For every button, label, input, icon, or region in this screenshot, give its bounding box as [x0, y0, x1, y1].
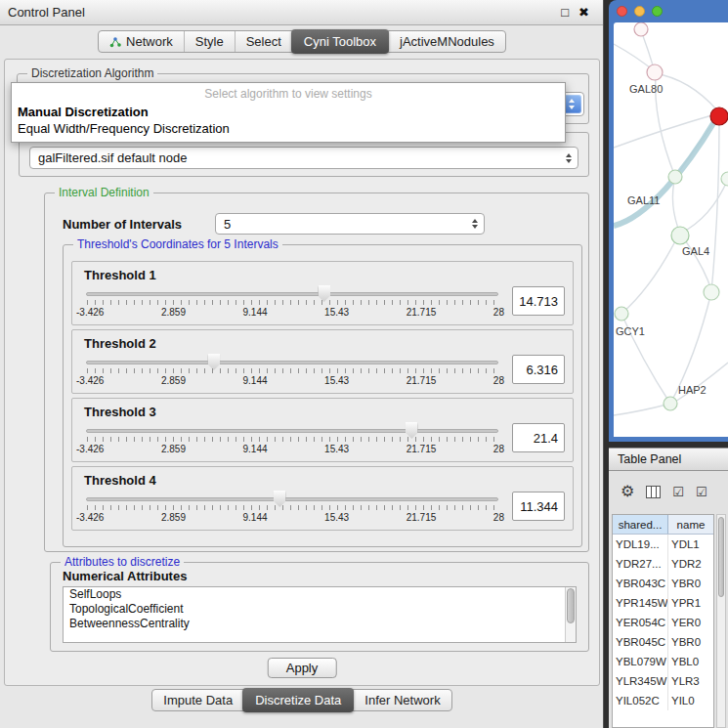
control-panel-titlebar[interactable]: Control Panel □ ✖ [0, 0, 603, 25]
threshold-label: Threshold 4 [72, 467, 573, 488]
thresholds-group: Threshold's Coordinates for 5 Intervals … [63, 244, 582, 547]
network-node[interactable] [634, 22, 648, 36]
network-tab-icon [109, 36, 121, 48]
tick-label: 28 [493, 375, 504, 386]
network-node[interactable] [721, 172, 728, 186]
popup-item-manual-discretization[interactable]: Manual Discretization [12, 104, 565, 120]
slider-tick-labels: -3.4262.8599.14415.4321.71528 [76, 375, 504, 386]
list-scrollbar[interactable] [565, 587, 576, 642]
scrollbar-thumb[interactable] [718, 517, 724, 597]
threshold-label: Threshold 1 [72, 262, 573, 282]
table-row[interactable]: YPR145W YPR1 [613, 593, 713, 613]
settings-gear-icon[interactable]: ⚙ [621, 484, 634, 499]
table-cell-name: YBR0 [668, 574, 713, 593]
highlighted-edge[interactable] [614, 120, 715, 226]
table-cell-shared-name: YDR27... [613, 554, 668, 574]
table-row[interactable]: YDR27... YDR2 [613, 554, 713, 574]
threshold-value-field[interactable]: 11.344 [512, 492, 565, 521]
network-node[interactable] [671, 227, 689, 244]
tab-label: Style [195, 34, 224, 49]
tab-discretize-data[interactable]: Discretize Data [242, 688, 354, 712]
table-row[interactable]: YBR045C YBR0 [613, 632, 713, 652]
tab-label: Cyni Toolbox [304, 34, 376, 49]
tick-label: 15.43 [324, 444, 349, 454]
table-row[interactable]: YBL079W YBL0 [613, 652, 713, 671]
network-canvas[interactable]: GAL80 GAL11 GAL4 GCY1 HAP2 [614, 22, 728, 437]
table-cell-name: YER0 [668, 613, 713, 632]
tick-label: 21.715 [407, 512, 437, 523]
combo-stepper-icon[interactable] [566, 153, 572, 163]
attribute-list-item[interactable]: SelfLoops [64, 587, 576, 602]
popup-item-equal-width-frequency[interactable]: Equal Width/Frequency Discretization [12, 120, 565, 137]
zoom-traffic-light-icon[interactable] [652, 6, 663, 17]
show-columns-icon[interactable] [646, 486, 661, 498]
tick-label: 2.859 [161, 444, 186, 454]
tab-infer-network[interactable]: Infer Network [353, 690, 450, 710]
tick-label: 9.144 [243, 444, 268, 454]
table-row[interactable]: YER054C YER0 [613, 613, 713, 632]
network-node[interactable] [647, 64, 663, 80]
slider-tick-marks [87, 368, 497, 373]
threshold-slider[interactable]: -3.4262.8599.14415.4321.71528 [86, 283, 498, 319]
combo-stepper-icon[interactable] [472, 219, 478, 229]
tab-jactivemnodules[interactable]: jActiveMNodules [388, 31, 505, 52]
network-node[interactable] [664, 397, 677, 410]
tab-impute-data[interactable]: Impute Data [152, 690, 243, 710]
table-row[interactable]: YLR345W YLR3 [613, 671, 713, 691]
table-row[interactable]: YDL19... YDL1 [613, 535, 713, 554]
select-none-checkbox-icon[interactable]: ☑ [696, 486, 707, 498]
slider-track[interactable] [86, 497, 498, 501]
network-node[interactable] [615, 307, 628, 321]
minimize-traffic-light-icon[interactable] [634, 6, 645, 17]
tab-network[interactable]: Network [99, 31, 184, 52]
control-panel-content: Discretization Algorithm Select algorith… [4, 59, 600, 686]
network-window-titlebar[interactable] [609, 0, 728, 22]
number-of-intervals-select[interactable]: 5 [215, 213, 485, 235]
close-traffic-light-icon[interactable] [617, 6, 627, 17]
table-scrollbar[interactable] [716, 514, 726, 728]
threshold-value-field[interactable]: 6.316 [512, 355, 565, 384]
algorithm-dropdown-popup: Select algorithm to view settings Manual… [11, 82, 566, 143]
slider-track[interactable] [86, 429, 498, 433]
slider-track[interactable] [86, 361, 498, 364]
group-title: Interval Definition [55, 186, 153, 199]
tab-label: Infer Network [364, 693, 440, 707]
close-window-icon[interactable]: ✖ [578, 6, 589, 19]
tab-style[interactable]: Style [184, 31, 235, 52]
slider-tick-labels: -3.4262.8599.14415.4321.71528 [76, 307, 504, 318]
threshold-label: Threshold 3 [72, 399, 573, 419]
select-all-checkbox-icon[interactable]: ☑ [672, 486, 684, 498]
scrollbar-thumb[interactable] [567, 588, 575, 623]
slider-tick-marks [87, 437, 497, 442]
threshold-slider[interactable]: -3.4262.8599.14415.4321.71528 [86, 420, 498, 455]
threshold-slider[interactable]: -3.4262.8599.14415.4321.71528 [86, 489, 498, 524]
tick-label: -3.426 [76, 307, 104, 318]
slider-track[interactable] [86, 292, 498, 296]
table-cell-name: YBL0 [668, 652, 713, 671]
threshold-slider[interactable]: -3.4262.8599.14415.4321.71528 [86, 352, 498, 387]
attribute-list-item[interactable]: BetweennessCentrality [64, 617, 576, 631]
attribute-list-item[interactable]: TopologicalCoefficient [64, 602, 576, 617]
tick-label: 15.43 [324, 307, 349, 318]
threshold-value-field[interactable]: 21.4 [512, 423, 565, 452]
table-data-select-value: galFiltered.sif default node [30, 150, 566, 165]
table-data-select[interactable]: galFiltered.sif default node [29, 147, 578, 169]
tab-cyni-toolbox[interactable]: Cyni Toolbox [291, 29, 389, 54]
threshold-value-field[interactable]: 14.713 [512, 286, 565, 316]
column-header-name[interactable]: name [668, 515, 713, 534]
slider-tick-labels: -3.4262.8599.14415.4321.71528 [76, 512, 504, 523]
column-header-shared-name[interactable]: shared... [613, 515, 668, 534]
network-node[interactable] [704, 284, 719, 300]
table-row[interactable]: YIL052C YIL0 [613, 691, 713, 710]
apply-button[interactable]: Apply [268, 658, 337, 678]
selected-red-node[interactable] [710, 107, 728, 125]
tick-label: 28 [493, 307, 504, 318]
tab-select[interactable]: Select [235, 31, 292, 52]
group-title: Discretization Algorithm [27, 66, 157, 80]
network-node[interactable] [668, 170, 682, 184]
numerical-attributes-list[interactable]: SelfLoopsTopologicalCoefficientBetweenne… [63, 586, 577, 643]
table-row[interactable]: YBR043C YBR0 [613, 574, 713, 593]
float-window-icon[interactable]: □ [561, 6, 569, 19]
table-panel-titlebar[interactable]: Table Panel [609, 448, 728, 471]
group-title: Threshold's Coordinates for 5 Intervals [73, 237, 282, 251]
